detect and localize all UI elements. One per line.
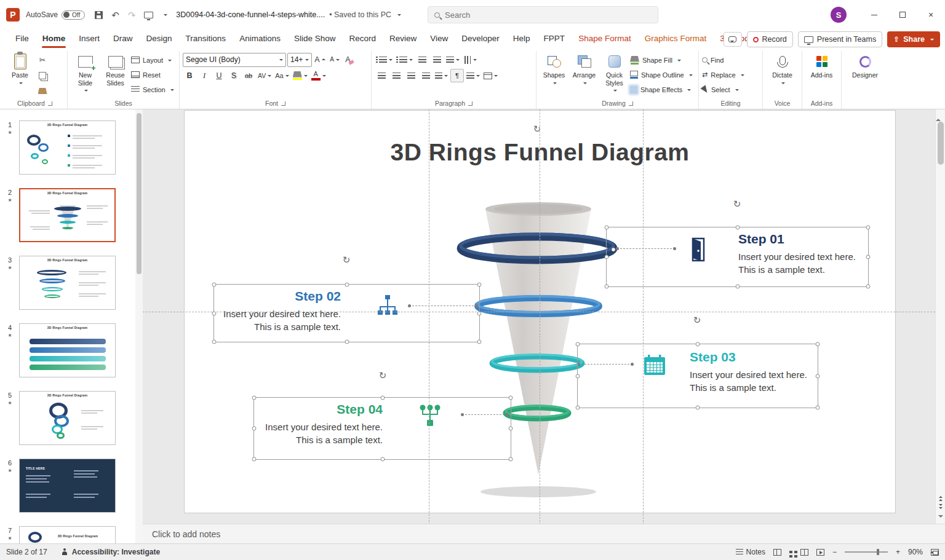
new-slide-button[interactable]: New Slide bbox=[71, 52, 100, 94]
copy-button[interactable] bbox=[36, 69, 49, 82]
shape-fill-button[interactable]: Shape Fill bbox=[630, 53, 693, 66]
save-icon[interactable] bbox=[95, 11, 103, 19]
tab-record[interactable]: Record bbox=[342, 30, 383, 49]
selection-handle[interactable] bbox=[696, 342, 700, 347]
saved-status[interactable]: • Saved to this PC bbox=[329, 10, 391, 19]
record-button[interactable]: Record bbox=[747, 31, 793, 47]
layout-button[interactable]: Layout bbox=[131, 53, 174, 66]
selection-handle[interactable] bbox=[576, 342, 580, 347]
align-text-button[interactable] bbox=[465, 69, 481, 82]
normal-view-button[interactable] bbox=[773, 549, 781, 556]
autosave-control[interactable]: AutoSave Off bbox=[26, 10, 85, 20]
shape-effects-button[interactable]: Shape Effects bbox=[630, 83, 693, 96]
slide-show-button[interactable] bbox=[816, 549, 824, 556]
selection-handle[interactable] bbox=[252, 457, 257, 462]
previous-slide-button[interactable] bbox=[939, 495, 943, 501]
rotation-handle[interactable]: ↻ bbox=[379, 371, 387, 380]
arrange-button[interactable]: Arrange bbox=[570, 52, 599, 87]
present-in-teams-button[interactable]: Present in Teams bbox=[798, 31, 882, 47]
selection-handle[interactable] bbox=[816, 342, 820, 347]
selection-handle[interactable] bbox=[380, 396, 385, 400]
step-body[interactable]: Insert your desired text here. This is a… bbox=[250, 420, 383, 446]
avatar[interactable]: S bbox=[831, 7, 847, 23]
zoom-slider[interactable] bbox=[845, 551, 888, 553]
bold-button[interactable]: B bbox=[183, 69, 196, 82]
step-03-group[interactable]: Step 03 Insert your desired text here. T… bbox=[577, 344, 818, 408]
network-icon[interactable] bbox=[418, 404, 442, 429]
step-01-group[interactable]: Step 01 Insert your desired text here. T… bbox=[606, 227, 869, 287]
selection-handle[interactable] bbox=[252, 396, 257, 400]
rotation-handle[interactable]: ↻ bbox=[733, 199, 741, 208]
select-button[interactable]: Select bbox=[702, 83, 759, 96]
undo-icon[interactable]: ↶ bbox=[111, 10, 119, 20]
door-icon[interactable] bbox=[687, 236, 708, 265]
character-spacing-button[interactable]: AV bbox=[257, 69, 273, 82]
tab-insert[interactable]: Insert bbox=[72, 30, 106, 49]
section-button[interactable]: Section bbox=[131, 83, 174, 96]
thumbnail-scrollbar[interactable] bbox=[135, 109, 143, 543]
shape-outline-button[interactable]: Shape Outline bbox=[630, 68, 693, 81]
grow-font-button[interactable]: A bbox=[313, 53, 327, 66]
step-body[interactable]: Insert your desired text here. This is a… bbox=[690, 368, 822, 394]
selection-handle[interactable] bbox=[509, 396, 513, 400]
tab-review[interactable]: Review bbox=[383, 30, 423, 49]
chevron-down-icon[interactable] bbox=[164, 14, 167, 18]
tab-design[interactable]: Design bbox=[140, 30, 179, 49]
scrollbar-thumb[interactable] bbox=[938, 122, 944, 165]
tab-shape-format[interactable]: Shape Format bbox=[572, 30, 638, 49]
accessibility-checker[interactable]: Accessibility: Investigate bbox=[61, 548, 160, 556]
tab-view[interactable]: View bbox=[423, 30, 455, 49]
selection-handle[interactable] bbox=[576, 406, 580, 410]
fit-slide-to-window-button[interactable] bbox=[931, 549, 939, 556]
font-name-combo[interactable]: Segoe UI (Body) bbox=[183, 53, 286, 67]
selection-handle[interactable] bbox=[735, 285, 740, 289]
search-input[interactable] bbox=[445, 10, 629, 20]
clear-formatting-button[interactable]: A bbox=[343, 53, 356, 66]
selection-handle[interactable] bbox=[816, 406, 820, 410]
tab-slide-show[interactable]: Slide Show bbox=[287, 30, 343, 49]
selection-handle[interactable] bbox=[509, 457, 513, 462]
zoom-slider-thumb[interactable] bbox=[877, 549, 879, 555]
step-01-textbox[interactable]: Step 01 Insert your desired text here. T… bbox=[738, 231, 871, 276]
clipboard-dialog-launcher[interactable] bbox=[48, 101, 52, 106]
selection-handle[interactable] bbox=[816, 374, 820, 378]
search-bar[interactable] bbox=[428, 6, 658, 23]
present-display-icon[interactable] bbox=[144, 12, 153, 18]
designer-button[interactable]: Designer bbox=[851, 52, 880, 81]
selection-handle[interactable] bbox=[696, 406, 700, 410]
change-case-button[interactable]: Aa bbox=[274, 69, 290, 82]
paste-button[interactable]: Paste bbox=[6, 52, 34, 87]
scroll-up-arrow[interactable] bbox=[936, 109, 941, 121]
smartart-button[interactable] bbox=[482, 69, 499, 82]
next-slide-button[interactable] bbox=[939, 504, 943, 510]
zoom-out-button[interactable]: − bbox=[832, 548, 837, 556]
slide-2-thumbnail-selected[interactable]: 3D Rings Funnel Diagram bbox=[19, 188, 116, 242]
editor-scrollbar[interactable] bbox=[935, 109, 945, 524]
rotation-handle[interactable]: ↻ bbox=[693, 315, 701, 325]
selection-handle[interactable] bbox=[605, 285, 609, 289]
selection-handle[interactable] bbox=[212, 283, 217, 287]
dictate-button[interactable]: Dictate bbox=[768, 52, 797, 87]
document-title-area[interactable]: 3D0094-04-3d-cone-funnel-4-steps-white..… bbox=[176, 10, 401, 19]
selection-handle[interactable] bbox=[345, 283, 349, 287]
slide-4-thumbnail[interactable]: 3D Rings Funnel Diagram bbox=[19, 323, 116, 377]
numbering-button[interactable] bbox=[395, 53, 414, 66]
selection-handle[interactable] bbox=[345, 340, 349, 344]
text-direction-button[interactable] bbox=[462, 53, 478, 66]
font-color-button[interactable]: A bbox=[310, 69, 327, 82]
ltr-text-direction-button[interactable]: ¶ bbox=[450, 69, 464, 82]
share-button[interactable]: ⇧ Share bbox=[887, 31, 940, 47]
step-03-textbox[interactable]: Step 03 Insert your desired text here. T… bbox=[690, 349, 822, 394]
quick-styles-button[interactable]: Quick Styles bbox=[600, 52, 629, 94]
text-highlight-button[interactable] bbox=[292, 69, 309, 82]
reuse-slides-button[interactable]: Reuse Slides bbox=[101, 52, 130, 89]
drawing-dialog-launcher[interactable] bbox=[629, 101, 633, 106]
tab-transitions[interactable]: Transitions bbox=[179, 30, 233, 49]
selection-handle[interactable] bbox=[605, 226, 609, 230]
notes-pane[interactable]: Click to add notes bbox=[143, 524, 945, 543]
step-title[interactable]: Step 01 bbox=[738, 231, 871, 247]
scrollbar-thumb[interactable] bbox=[137, 113, 142, 274]
slide-5-thumbnail[interactable]: 3D Rings Funnel Diagram bbox=[19, 391, 116, 445]
calendar-icon[interactable] bbox=[643, 354, 666, 378]
reset-button[interactable]: Reset bbox=[131, 68, 174, 81]
